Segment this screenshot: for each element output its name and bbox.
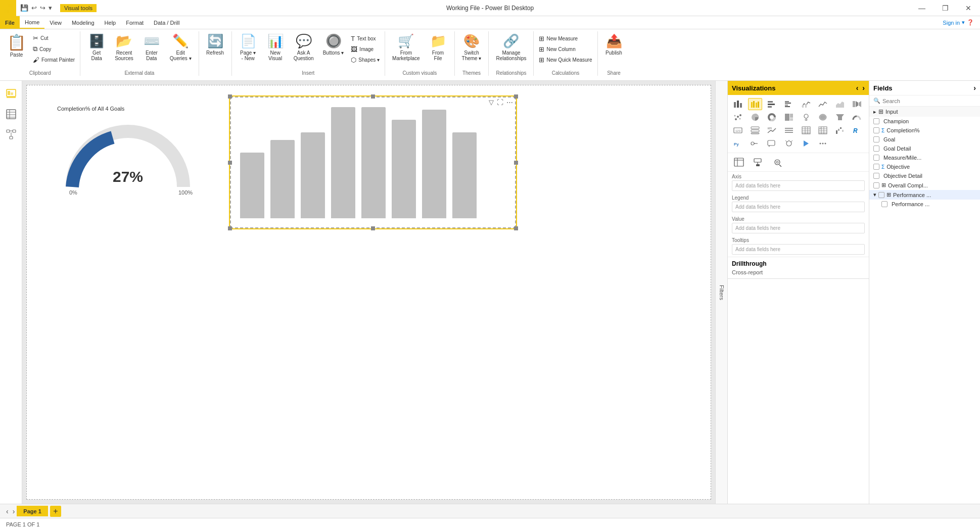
clustered-bar-h-icon[interactable]: [782, 98, 796, 110]
line-stacked-icon[interactable]: [799, 98, 813, 110]
field-completion[interactable]: Σ Completion%: [869, 126, 980, 135]
sign-in-button[interactable]: Sign in ▾ ❓: [937, 17, 980, 28]
enter-data-button[interactable]: ⌨️ EnterData: [138, 31, 165, 63]
stacked-bar-h-icon[interactable]: [765, 98, 779, 110]
new-column-button[interactable]: ⊞ New Column: [537, 44, 594, 54]
filters-sidebar[interactable]: Filters: [715, 81, 727, 504]
stacked-bar-icon[interactable]: [731, 98, 745, 110]
kpi-icon[interactable]: KPI: [765, 124, 779, 136]
decomp-tree-icon[interactable]: [782, 137, 796, 150]
field-checkbox[interactable]: [873, 146, 879, 152]
bar-chart-visual[interactable]: ▽ ⛶ ⋯: [229, 95, 517, 229]
canvas-page[interactable]: Completion% of All 4 Goals 27% 0% 100% ▽: [26, 85, 711, 500]
viz-prev-icon[interactable]: ‹: [856, 84, 859, 92]
gauge-icon[interactable]: [850, 111, 864, 123]
close-button[interactable]: ✕: [957, 0, 980, 16]
field-measure[interactable]: Measure/Mile...: [869, 153, 980, 162]
filled-map-icon[interactable]: [816, 111, 830, 123]
copy-button[interactable]: ⧉ Copy: [31, 44, 77, 54]
report-view-icon[interactable]: [2, 85, 20, 103]
redo-icon[interactable]: ↪: [40, 4, 45, 12]
line-icon[interactable]: [816, 98, 830, 110]
field-champion[interactable]: Champion: [869, 117, 980, 126]
paint-roller-icon[interactable]: [750, 155, 766, 169]
menu-modeling[interactable]: Modeling: [67, 16, 100, 29]
value-field-box[interactable]: Add data fields here: [732, 223, 865, 233]
page-tab-1[interactable]: Page 1: [17, 506, 48, 516]
field-goal[interactable]: Goal: [869, 135, 980, 144]
table-icon[interactable]: [799, 124, 813, 136]
field-objective-detail[interactable]: Objective Detail: [869, 171, 980, 180]
manage-relationships-button[interactable]: 🔗 ManageRelationships: [492, 31, 530, 63]
treemap-icon[interactable]: [782, 111, 796, 123]
minimize-button[interactable]: —: [910, 0, 934, 16]
image-button[interactable]: 🖼 Image: [349, 44, 382, 54]
menu-help[interactable]: Help: [100, 16, 121, 29]
scatter-icon[interactable]: [731, 111, 745, 123]
new-visual-button[interactable]: 📊 NewVisual: [262, 31, 289, 63]
field-checkbox[interactable]: [873, 173, 879, 179]
field-checkbox[interactable]: [873, 182, 879, 188]
field-goal-detail[interactable]: Goal Detail: [869, 144, 980, 153]
buttons-button[interactable]: 🔘 Buttons ▾: [319, 31, 348, 58]
field-checkbox[interactable]: [878, 192, 884, 198]
area-icon[interactable]: [833, 98, 847, 110]
field-checkbox[interactable]: [881, 201, 888, 207]
page-next-icon[interactable]: ›: [11, 507, 17, 515]
pie-icon[interactable]: [748, 111, 762, 123]
menu-file[interactable]: File: [0, 16, 20, 29]
clustered-bar-icon[interactable]: [748, 98, 762, 110]
more-visuals-icon[interactable]: [816, 137, 830, 150]
fields-format-icon[interactable]: [731, 155, 747, 169]
maximize-button[interactable]: ❐: [934, 0, 957, 16]
field-objective[interactable]: Σ Objective: [869, 162, 980, 171]
undo-icon[interactable]: ↩: [31, 4, 37, 12]
from-marketplace-button[interactable]: 🛒 FromMarketplace: [388, 31, 424, 63]
add-page-button[interactable]: +: [50, 506, 61, 517]
search-input[interactable]: [882, 98, 976, 104]
field-checkbox[interactable]: [873, 118, 879, 124]
menu-home[interactable]: Home: [20, 16, 44, 29]
donut-icon[interactable]: [765, 111, 779, 123]
python-visual-icon[interactable]: Py: [731, 137, 745, 150]
menu-data-drill[interactable]: Data / Drill: [149, 16, 184, 29]
qa-visual-icon[interactable]: [765, 137, 779, 150]
waterfall-icon[interactable]: [833, 124, 847, 136]
field-checkbox[interactable]: [873, 164, 879, 170]
new-measure-button[interactable]: ⊞ New Measure: [537, 34, 594, 43]
field-overall-compl[interactable]: ⊞ Overall Compl...: [869, 180, 980, 190]
refresh-button[interactable]: 🔄 Refresh: [202, 31, 228, 58]
new-quick-measure-button[interactable]: ⊞ New Quick Measure: [537, 55, 594, 65]
key-influencers-icon[interactable]: [748, 137, 762, 150]
switch-theme-button[interactable]: 🎨 SwitchTheme ▾: [458, 31, 486, 63]
field-checkbox[interactable]: [873, 127, 879, 133]
dropdown-icon[interactable]: ▾: [49, 4, 52, 12]
format-painter-button[interactable]: 🖌 Format Painter: [31, 55, 77, 65]
legend-field-box[interactable]: Add data fields here: [732, 202, 865, 212]
data-view-icon[interactable]: [2, 105, 20, 123]
menu-format[interactable]: Format: [121, 16, 149, 29]
cut-button[interactable]: ✂ Cut: [31, 33, 77, 43]
text-box-button[interactable]: T Text box: [349, 34, 382, 43]
field-performance-2[interactable]: Performance ...: [869, 200, 980, 209]
funnel-icon[interactable]: [833, 111, 847, 123]
r-visual-icon[interactable]: R: [850, 124, 864, 136]
save-icon[interactable]: 💾: [20, 4, 28, 12]
field-checkbox[interactable]: [873, 155, 879, 161]
publish-button[interactable]: 📤 Publish: [601, 31, 627, 58]
edit-queries-button[interactable]: ✏️ EditQueries ▾: [166, 31, 196, 63]
map-icon[interactable]: [799, 111, 813, 123]
field-checkbox[interactable]: [873, 136, 879, 142]
ask-question-button[interactable]: 💬 Ask AQuestion: [290, 31, 318, 63]
recent-sources-button[interactable]: 📂 RecentSources: [111, 31, 137, 63]
matrix-icon[interactable]: [816, 124, 830, 136]
power-automate-icon[interactable]: [799, 137, 813, 150]
slicer-icon[interactable]: [782, 124, 796, 136]
card-icon[interactable]: 123: [731, 124, 745, 136]
paste-button[interactable]: 📋 Paste: [3, 31, 30, 60]
gauge-visual[interactable]: Completion% of All 4 Goals 27% 0% 100%: [57, 106, 224, 212]
performance-group[interactable]: ▾ ⊞ Performance ...: [869, 190, 980, 200]
menu-view[interactable]: View: [44, 16, 67, 29]
fields-expand-icon[interactable]: ›: [973, 84, 976, 92]
viz-next-icon[interactable]: ›: [862, 84, 865, 92]
